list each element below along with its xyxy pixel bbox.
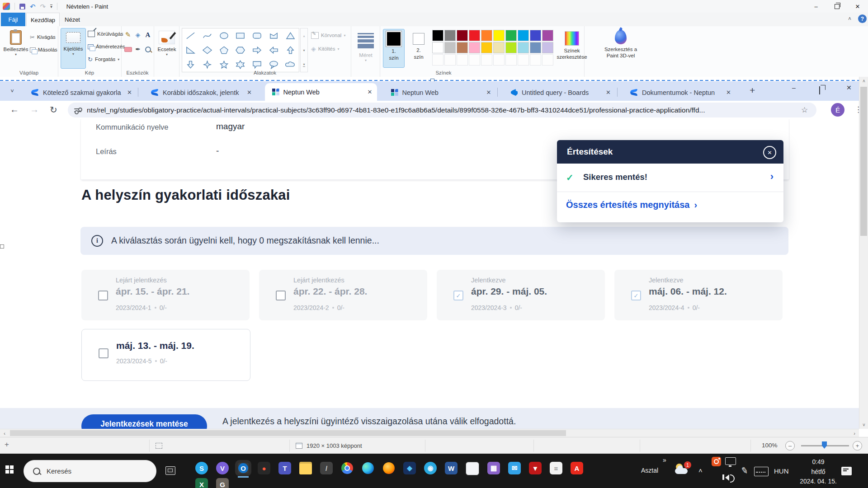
selection-marquee[interactable]: [0, 80, 859, 81]
tab-search-icon[interactable]: ˅: [6, 85, 18, 97]
taskbar-whiteboard-icon[interactable]: [466, 462, 479, 475]
palette-swatch[interactable]: [457, 30, 468, 41]
shape-polygon[interactable]: [269, 31, 279, 40]
taskbar-mail-icon[interactable]: ✉: [508, 462, 521, 474]
start-button[interactable]: [5, 465, 14, 474]
undo-icon[interactable]: ↶: [30, 3, 36, 10]
paint3d-button[interactable]: Szerkesztés a Paint 3D-vel: [598, 28, 644, 69]
copy-button[interactable]: Másolás: [30, 44, 57, 55]
help-button[interactable]: ?: [858, 14, 867, 23]
taskbar-gimp-icon[interactable]: G: [216, 478, 229, 488]
period-card-4[interactable]: ✓ Jelentkezve máj. 06. - máj. 12. 2023/2…: [614, 270, 783, 320]
eraser-tool[interactable]: [123, 44, 133, 54]
palette-swatch[interactable]: [493, 42, 505, 53]
weather-icon[interactable]: 1: [675, 464, 689, 477]
tray-display-icon[interactable]: [725, 457, 736, 465]
checkbox-checked[interactable]: ✓: [453, 291, 463, 300]
shape-left-arrow[interactable]: [269, 46, 279, 55]
browser-tab-4[interactable]: Neptun Web ✕: [385, 84, 492, 101]
site-settings-icon[interactable]: [74, 108, 81, 113]
palette-swatch[interactable]: [530, 30, 541, 41]
bookmark-star-icon[interactable]: ☆: [801, 105, 808, 115]
tray-expand-icon[interactable]: »: [663, 456, 666, 464]
palette-swatch[interactable]: [505, 30, 517, 41]
color2-button[interactable]: 2. szín: [408, 29, 429, 68]
open-all-notifications-link[interactable]: Összes értesítés megnyitása ›: [566, 200, 697, 210]
palette-swatch-empty[interactable]: [542, 54, 553, 66]
minimize-button[interactable]: –: [806, 0, 826, 13]
checkbox[interactable]: ✓: [99, 348, 108, 358]
taskbar-mcafee-icon[interactable]: ▼: [529, 462, 542, 474]
collapse-ribbon-icon[interactable]: ˄: [848, 16, 851, 22]
period-card-1[interactable]: ✓ Lejárt jelentkezés ápr. 15. - ápr. 21.…: [81, 270, 250, 320]
browser-close-button[interactable]: ✕: [846, 84, 852, 91]
palette-swatch[interactable]: [505, 42, 517, 53]
rotate-button[interactable]: ↻ Forgatás ▾: [88, 54, 119, 65]
palette-swatch[interactable]: [518, 30, 529, 41]
browser-tab-2[interactable]: Korábbi időszakok, jelentk ✕: [145, 84, 253, 101]
restore-button[interactable]: [826, 0, 847, 13]
shape-right-arrow[interactable]: [252, 46, 262, 55]
taskbar-edge-icon[interactable]: [362, 462, 374, 474]
taskbar-internet-icon[interactable]: ◉: [424, 462, 437, 474]
resize-button[interactable]: Átméretezés: [88, 41, 125, 52]
scroll-down-icon[interactable]: ˅: [859, 421, 868, 429]
shape-five-point-star[interactable]: [219, 60, 229, 69]
browser-tab-5[interactable]: Untitled query - Boards ✕: [505, 84, 612, 101]
palette-swatch-empty[interactable]: [457, 54, 468, 66]
taskbar-notepad-icon[interactable]: ≡: [550, 462, 562, 474]
taskbar-clock[interactable]: 0:49 hétfő 2024. 04. 15.: [793, 457, 843, 487]
shape-triangle[interactable]: [285, 31, 296, 40]
color-picker-tool[interactable]: ✒: [133, 44, 143, 54]
palette-swatch[interactable]: [542, 30, 553, 41]
scroll-left-icon[interactable]: ‹: [0, 429, 9, 437]
text-tool[interactable]: A: [143, 30, 153, 40]
shape-rounded-rectangle[interactable]: [252, 31, 262, 40]
palette-swatch[interactable]: [444, 30, 456, 41]
palette-swatch[interactable]: [444, 42, 456, 53]
shape-four-point-star[interactable]: [202, 60, 212, 69]
palette-swatch[interactable]: [481, 30, 492, 41]
palette-swatch[interactable]: [542, 42, 553, 53]
language-indicator[interactable]: HUN: [774, 467, 789, 475]
edit-colors-button[interactable]: Színek szerkesztése: [559, 28, 585, 69]
magnifier-tool[interactable]: [143, 44, 153, 54]
taskbar-acrobat-icon[interactable]: A: [571, 462, 583, 474]
palette-swatch-empty[interactable]: [432, 54, 443, 66]
palette-swatch[interactable]: [457, 42, 468, 53]
select-tool-button[interactable]: Kijelölés ▾: [61, 28, 86, 69]
browser-tab-6[interactable]: Dokumentumok - Neptun ✕: [624, 84, 732, 101]
vertical-scrollbar[interactable]: ˄ ˅: [859, 77, 868, 429]
palette-swatch[interactable]: [469, 42, 480, 53]
palette-swatch[interactable]: [481, 42, 492, 53]
checkbox[interactable]: ✓: [98, 291, 108, 300]
palette-swatch-empty[interactable]: [505, 54, 517, 66]
browser-menu-icon[interactable]: ⋮: [854, 105, 859, 114]
zoom-out-button[interactable]: –: [785, 441, 795, 450]
notifications-close-icon[interactable]: ✕: [763, 146, 776, 159]
period-card-5[interactable]: ✓ máj. 13. - máj. 19. 2023/2024-50/-: [81, 329, 250, 381]
tab-close-icon[interactable]: ✕: [368, 89, 373, 95]
close-button[interactable]: ✕: [847, 0, 868, 13]
shape-line[interactable]: [185, 31, 196, 40]
shape-cloud-callout[interactable]: [285, 60, 296, 69]
crop-button[interactable]: Körülvágás: [88, 28, 123, 39]
tab-file[interactable]: Fájl: [1, 13, 25, 26]
shape-oval[interactable]: [219, 31, 229, 40]
tab-home[interactable]: Kezdőlap: [26, 13, 60, 27]
tray-volume-icon[interactable]: [725, 474, 729, 481]
vertical-scroll-thumb[interactable]: [860, 87, 867, 236]
shapes-scroll-down-icon[interactable]: ▾: [303, 48, 305, 52]
horizontal-scroll-thumb[interactable]: [10, 430, 566, 436]
palette-swatch-empty[interactable]: [481, 54, 492, 66]
taskbar-skype-icon[interactable]: S: [195, 462, 208, 474]
forward-icon[interactable]: →: [30, 104, 39, 115]
qat-customize-icon[interactable]: ▾: [50, 5, 52, 9]
browser-restore-button[interactable]: [819, 87, 820, 94]
palette-swatch-empty[interactable]: [444, 54, 456, 66]
tab-close-icon[interactable]: ✕: [606, 89, 611, 96]
notification-item[interactable]: ✓ Sikeres mentés! ›: [557, 164, 783, 192]
tab-close-icon[interactable]: ✕: [726, 89, 731, 96]
new-tab-button[interactable]: +: [750, 85, 755, 96]
tray-keyboard-icon[interactable]: [754, 467, 769, 476]
